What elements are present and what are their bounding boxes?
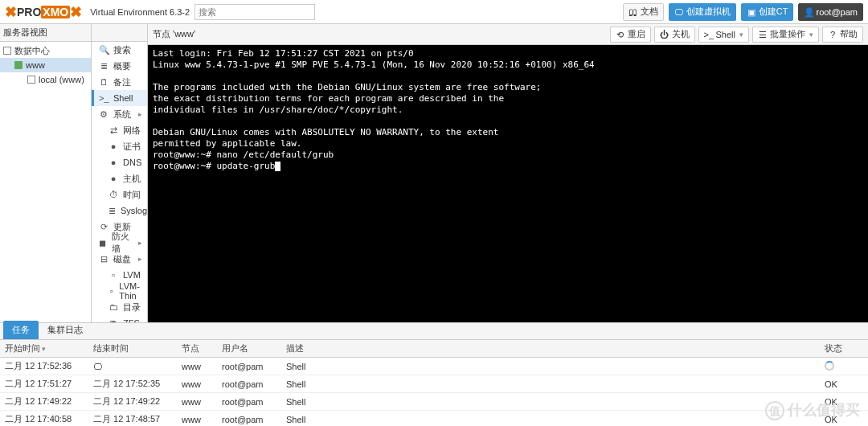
help-button[interactable]: ?帮助 bbox=[822, 27, 863, 43]
refresh-icon: ⟲ bbox=[616, 30, 625, 39]
menu-label: 备注 bbox=[113, 76, 131, 88]
tab-cluster-log[interactable]: 集群日志 bbox=[39, 321, 92, 339]
docs-button[interactable]: 🕮文档 bbox=[623, 3, 664, 21]
menu-label: 主机 bbox=[123, 173, 141, 185]
shell-dropdown-button[interactable]: >_Shell bbox=[698, 27, 749, 43]
shell-terminal[interactable]: Last login: Fri Feb 12 17:51:27 CST 2021… bbox=[148, 45, 868, 322]
chevron-right-icon: ▸ bbox=[138, 110, 142, 118]
col-status[interactable]: 状态 bbox=[820, 340, 868, 358]
col-end-time[interactable]: 结束时间 bbox=[88, 340, 177, 358]
menu-icon: ● bbox=[108, 174, 118, 183]
menu-icon: ⧉ bbox=[108, 318, 118, 322]
menu-label: Shell bbox=[113, 93, 133, 103]
menu-item-dns[interactable]: ●DNS bbox=[92, 154, 147, 170]
chevron-right-icon: ▸ bbox=[138, 239, 142, 247]
menu-icon: ⇄ bbox=[108, 125, 118, 135]
cube-icon: ▣ bbox=[747, 7, 756, 17]
menu-label: Syslog bbox=[121, 206, 147, 215]
task-log-panel: 开始时间 结束时间 节点 用户名 描述 状态 二月 12 17:52:36🖵ww… bbox=[0, 340, 868, 425]
create-vm-button[interactable]: 🖵创建虚拟机 bbox=[669, 3, 736, 21]
menu-item-lvm[interactable]: ▫LVM bbox=[92, 267, 147, 283]
chevron-right-icon: ▸ bbox=[138, 255, 142, 263]
menu-item-网络[interactable]: ⇄网络 bbox=[92, 122, 147, 138]
task-row[interactable]: 二月 12 17:51:27二月 12 17:52:35wwwroot@pamS… bbox=[0, 375, 868, 393]
datacenter-icon bbox=[3, 47, 11, 55]
menu-item-系统[interactable]: ⚙系统▸ bbox=[92, 106, 147, 122]
col-user[interactable]: 用户名 bbox=[217, 340, 281, 358]
menu-label: 目录 bbox=[123, 301, 141, 313]
menu-icon: ⊟ bbox=[99, 254, 108, 264]
node-menu: 🔍搜索≣概要🗒备注>_Shell⚙系统▸⇄网络●证书●DNS●主机⏱时间≣Sys… bbox=[92, 42, 147, 322]
col-description[interactable]: 描述 bbox=[281, 340, 820, 358]
main-area: 服务器视图 数据中心 www local (www) 🔍搜索≣概要🗒备注>_Sh… bbox=[0, 24, 868, 322]
menu-label: LVM-Thin bbox=[119, 281, 142, 301]
menu-item-概要[interactable]: ≣概要 bbox=[92, 58, 147, 74]
monitor-icon: 🖵 bbox=[93, 362, 102, 371]
menu-item-时间[interactable]: ⏱时间 bbox=[92, 186, 147, 203]
tree-storage-local[interactable]: local (www) bbox=[0, 72, 91, 87]
menu-item-搜索[interactable]: 🔍搜索 bbox=[92, 42, 147, 58]
menu-item-磁盘[interactable]: ⊟磁盘▸ bbox=[92, 251, 147, 267]
resource-tree: 数据中心 www local (www) bbox=[0, 42, 91, 322]
storage-icon bbox=[27, 76, 35, 84]
menu-item-防火墙[interactable]: ◼防火墙▸ bbox=[92, 235, 147, 251]
restart-button[interactable]: ⟲重启 bbox=[610, 27, 651, 43]
bulk-actions-button[interactable]: ☰批量操作 bbox=[752, 27, 819, 43]
col-node[interactable]: 节点 bbox=[177, 340, 217, 358]
menu-label: 磁盘 bbox=[113, 253, 131, 265]
content-toolbar: 节点 'www' ⟲重启 ⏻关机 >_Shell ☰批量操作 ?帮助 bbox=[148, 24, 868, 45]
task-row[interactable]: 二月 12 17:52:36🖵wwwroot@pamShell bbox=[0, 358, 868, 375]
logo: ✖ PROXMO✖ bbox=[5, 3, 82, 21]
menu-item-主机[interactable]: ●主机 bbox=[92, 170, 147, 186]
menu-icon: ● bbox=[108, 141, 118, 151]
task-table: 开始时间 结束时间 节点 用户名 描述 状态 二月 12 17:52:36🖵ww… bbox=[0, 340, 868, 425]
menu-icon: ● bbox=[108, 158, 118, 167]
task-row[interactable]: 二月 12 17:49:22二月 12 17:49:22wwwroot@pamS… bbox=[0, 393, 868, 411]
menu-label: ZFS bbox=[123, 318, 140, 322]
content-title: 节点 'www' bbox=[153, 28, 607, 40]
menu-item-syslog[interactable]: ≣Syslog bbox=[92, 203, 147, 219]
version-label: Virtual Environment 6.3-2 bbox=[90, 7, 190, 17]
help-icon: ? bbox=[828, 30, 837, 39]
top-toolbar: ✖ PROXMO✖ Virtual Environment 6.3-2 🕮文档 … bbox=[0, 0, 868, 24]
task-row[interactable]: 二月 12 17:40:58二月 12 17:48:57wwwroot@pamS… bbox=[0, 411, 868, 426]
menu-label: DNS bbox=[123, 158, 141, 167]
global-search-input[interactable] bbox=[194, 4, 315, 20]
terminal-icon: >_ bbox=[704, 30, 714, 39]
menu-label: 概要 bbox=[113, 60, 131, 72]
menu-item-lvm-thin[interactable]: ▫LVM-Thin bbox=[92, 283, 147, 299]
menu-item-shell[interactable]: >_Shell bbox=[92, 90, 147, 106]
create-ct-button[interactable]: ▣创建CT bbox=[741, 3, 794, 21]
menu-icon: ≣ bbox=[99, 61, 108, 71]
menu-icon: 🗒 bbox=[99, 77, 108, 87]
logo-x-icon: ✖ bbox=[5, 3, 17, 21]
menu-label: 防火墙 bbox=[112, 231, 133, 255]
menu-icon: ▫ bbox=[108, 286, 114, 296]
menu-icon: 🔍 bbox=[99, 45, 108, 55]
menu-label: 时间 bbox=[123, 189, 141, 201]
menu-icon: ⚙ bbox=[99, 109, 108, 119]
menu-label: 系统 bbox=[113, 109, 131, 121]
menu-label: LVM bbox=[123, 270, 141, 280]
menu-label: 证书 bbox=[123, 141, 141, 153]
menu-icon: ⟳ bbox=[99, 222, 108, 231]
view-selector[interactable]: 服务器视图 bbox=[0, 24, 91, 42]
menu-item-zfs[interactable]: ⧉ZFS bbox=[92, 315, 147, 322]
node-menu-panel: 🔍搜索≣概要🗒备注>_Shell⚙系统▸⇄网络●证书●DNS●主机⏱时间≣Sys… bbox=[92, 24, 148, 322]
resource-tree-panel: 服务器视图 数据中心 www local (www) bbox=[0, 24, 92, 322]
menu-label: 网络 bbox=[123, 125, 141, 137]
power-icon: ⏻ bbox=[660, 30, 669, 39]
menu-label: 搜索 bbox=[113, 44, 131, 56]
menu-item-证书[interactable]: ●证书 bbox=[92, 138, 147, 154]
user-menu-button[interactable]: 👤root@pam bbox=[798, 3, 863, 21]
menu-icon: 🗀 bbox=[108, 302, 118, 312]
tab-tasks[interactable]: 任务 bbox=[3, 321, 39, 339]
menu-item-目录[interactable]: 🗀目录 bbox=[92, 299, 147, 315]
tree-node-www[interactable]: www bbox=[0, 58, 91, 72]
shutdown-button[interactable]: ⏻关机 bbox=[654, 27, 695, 43]
menu-icon: ▫ bbox=[108, 270, 118, 280]
col-start-time[interactable]: 开始时间 bbox=[0, 340, 88, 358]
tree-datacenter[interactable]: 数据中心 bbox=[0, 43, 91, 58]
menu-icon: ⏱ bbox=[108, 190, 118, 199]
menu-item-备注[interactable]: 🗒备注 bbox=[92, 74, 147, 90]
